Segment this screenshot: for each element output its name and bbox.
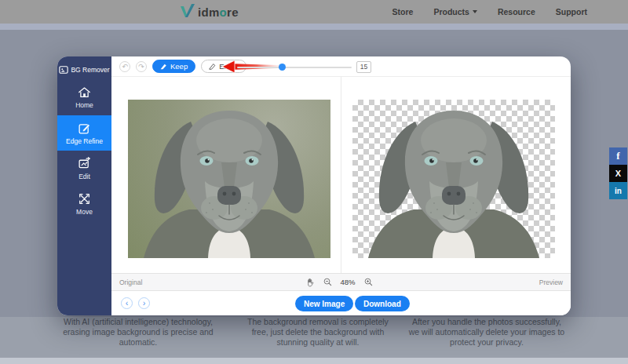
sidebar: BG Remover Home Edge Refine Edit <box>57 56 111 315</box>
zoom-in-icon[interactable] <box>363 278 372 286</box>
dialog-content: ↶ ↷ Keep Erase <box>111 56 571 315</box>
bg-remover-dialog: BG Remover Home Edge Refine Edit <box>57 56 571 315</box>
compare-viewer <box>111 77 571 273</box>
feature-text-free: The background removal is completely fre… <box>239 317 396 348</box>
feature-text-ai: With AI (artificial intelligence) techno… <box>60 317 217 348</box>
preview-image-canvas[interactable] <box>352 100 555 258</box>
x-share-button[interactable]: X <box>609 165 627 182</box>
sidebar-item-edit[interactable]: Edit <box>57 151 111 186</box>
zoom-controls: 48% <box>305 278 372 287</box>
viewer-statusbar: Original 48% Preview <box>111 273 571 291</box>
redo-button[interactable]: ↷ <box>136 61 147 72</box>
brush-size-slider-handle[interactable] <box>279 64 286 71</box>
hand-tool-icon[interactable] <box>305 278 314 287</box>
nav-link-store[interactable]: Store <box>392 7 414 16</box>
site-header: idmore Store Products Resource Support <box>0 0 628 24</box>
hero-strip <box>0 24 628 30</box>
keep-brush-icon <box>160 63 167 70</box>
page-bottom-strip <box>0 358 628 364</box>
refine-toolbar: ↶ ↷ Keep Erase <box>111 56 571 77</box>
keep-brush-button[interactable]: Keep <box>152 60 195 73</box>
panel-divider <box>341 77 341 273</box>
edit-icon <box>78 157 91 170</box>
vidmore-logo-text: idmore <box>198 5 239 19</box>
original-label: Original <box>119 278 142 286</box>
site-nav: Store Products Resource Support <box>392 0 587 24</box>
sidebar-item-edge-refine[interactable]: Edge Refine <box>57 115 111 151</box>
vidmore-logo-icon <box>179 4 196 20</box>
sidebar-title: BG Remover <box>71 66 109 74</box>
brush-size-slider-track[interactable] <box>237 67 352 68</box>
edge-refine-icon <box>78 122 91 135</box>
zoom-level: 48% <box>340 278 355 286</box>
nav-link-support[interactable]: Support <box>556 7 587 16</box>
original-image-canvas[interactable] <box>128 100 330 258</box>
linkedin-share-button[interactable]: in <box>609 182 627 199</box>
next-image-button[interactable]: › <box>138 297 150 309</box>
feature-text-privacy: After you handle the photos successfully… <box>408 317 565 348</box>
preview-label: Preview <box>539 278 563 286</box>
facebook-share-button[interactable]: f <box>609 147 627 165</box>
bg-remover-app-icon <box>59 65 68 75</box>
zoom-out-icon[interactable] <box>323 278 331 286</box>
dog-photo-original <box>128 100 330 258</box>
new-image-button[interactable]: New Image <box>295 296 353 311</box>
chevron-down-icon <box>473 10 477 13</box>
dog-photo-cutout <box>352 100 555 258</box>
download-button[interactable]: Download <box>355 296 410 311</box>
brush-size-value[interactable]: 15 <box>356 61 371 73</box>
sidebar-item-move[interactable]: Move <box>57 186 111 221</box>
undo-button[interactable]: ↶ <box>119 61 130 72</box>
social-share-bar: f X in <box>609 147 627 199</box>
nav-link-products[interactable]: Products <box>433 7 477 16</box>
dialog-footer: ‹ › New Image Download <box>111 291 571 315</box>
sidebar-item-home[interactable]: Home <box>57 80 111 115</box>
move-icon <box>78 192 91 206</box>
home-icon <box>78 86 91 99</box>
prev-image-button[interactable]: ‹ <box>121 297 133 309</box>
sidebar-header: BG Remover <box>57 56 111 80</box>
nav-link-resource[interactable]: Resource <box>498 7 535 16</box>
vidmore-logo[interactable]: idmore <box>179 4 239 20</box>
erase-brush-icon <box>209 63 216 70</box>
